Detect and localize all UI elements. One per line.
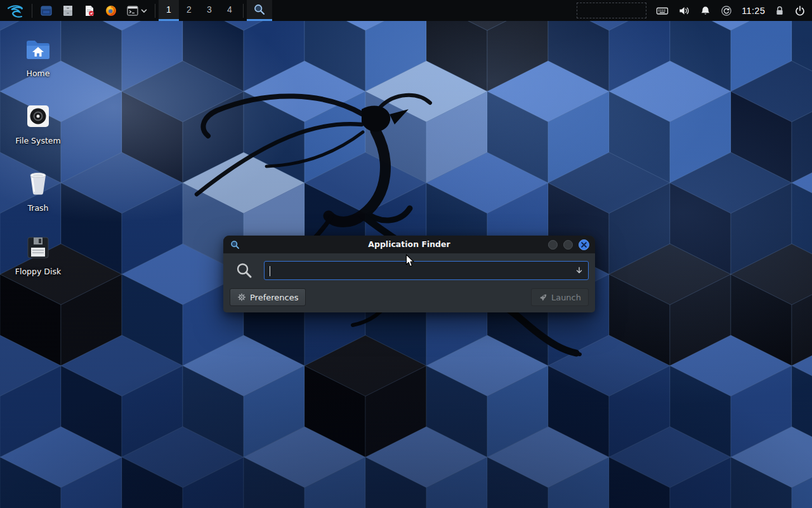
desktop-icon-label: Home: [27, 69, 50, 78]
workspace-button-1[interactable]: 1: [159, 0, 179, 21]
application-finder-window: Application Finder: [223, 236, 595, 312]
keyboard-icon: [656, 5, 669, 17]
search-input[interactable]: [265, 262, 588, 279]
terminal-launcher[interactable]: [122, 0, 152, 21]
top-panel: 1 2 3 4: [0, 0, 812, 21]
text-caret: [270, 266, 270, 276]
desktop-icon-label: Floppy Disk: [15, 267, 61, 276]
maximize-button[interactable]: [563, 240, 573, 250]
file-cabinet-icon: [62, 4, 74, 17]
trash-can-icon: [27, 170, 49, 196]
workspace-label: 2: [187, 4, 192, 15]
workspace-label: 1: [166, 4, 171, 15]
systray-placeholder: [577, 3, 646, 18]
kali-logo-icon: [6, 3, 24, 19]
logout-button[interactable]: [794, 0, 806, 21]
launch-label: Launch: [551, 293, 581, 302]
workspace-button-3[interactable]: 3: [199, 0, 219, 21]
blue-window-launcher[interactable]: [36, 0, 57, 21]
file-manager-launcher[interactable]: [57, 0, 79, 21]
search-entry: [264, 261, 589, 280]
preferences-label: Preferences: [250, 293, 298, 302]
applications-menu-button[interactable]: [2, 0, 29, 21]
notifications-indicator[interactable]: [700, 0, 711, 21]
terminal-icon: [126, 4, 139, 17]
panel-clock[interactable]: 11:25: [742, 0, 765, 21]
taskbar-item-application-finder[interactable]: [247, 0, 272, 21]
updates-indicator[interactable]: [721, 0, 732, 21]
home-folder-icon: [25, 38, 51, 61]
history-dropdown-button[interactable]: [572, 263, 586, 278]
chevron-down-icon: [141, 8, 147, 13]
search-icon: [236, 262, 252, 279]
screen-lock-button[interactable]: [775, 0, 785, 21]
power-icon: [794, 5, 806, 17]
floppy-disk-icon: [27, 236, 49, 259]
launch-button[interactable]: Launch: [531, 288, 589, 306]
desktop-icon-floppy-disk[interactable]: Floppy Disk: [5, 236, 71, 276]
titlebar[interactable]: Application Finder: [223, 236, 595, 253]
search-row: [223, 253, 595, 280]
desktop-icon-trash[interactable]: Trash: [5, 170, 71, 213]
close-icon: [581, 242, 587, 248]
volume-indicator[interactable]: [678, 0, 690, 21]
minimize-button[interactable]: [548, 240, 558, 250]
workspace-button-2[interactable]: 2: [179, 0, 199, 21]
document-icon: [83, 4, 96, 17]
action-row: Preferences Launch: [223, 280, 595, 312]
blue-window-icon: [40, 4, 53, 17]
desktop-icon-label: File System: [15, 136, 61, 145]
launch-rocket-icon: [539, 293, 547, 302]
down-arrow-icon: [575, 266, 584, 275]
panel-separator: [32, 4, 32, 18]
refresh-circle-icon: [721, 5, 732, 17]
panel-separator: [155, 4, 155, 18]
volume-icon: [678, 5, 690, 17]
workspace-label: 4: [227, 4, 232, 15]
text-editor-launcher[interactable]: [79, 0, 100, 21]
firefox-icon: [105, 4, 117, 17]
workspace-switcher: 1 2 3 4: [159, 0, 240, 21]
clock-text: 11:25: [742, 6, 765, 16]
lock-icon: [775, 5, 785, 17]
panel-separator: [243, 4, 244, 18]
window-title: Application Finder: [223, 236, 595, 253]
bell-icon: [700, 5, 711, 17]
desktop-icon-home[interactable]: Home: [5, 38, 71, 78]
hard-disk-icon: [26, 104, 50, 128]
workspace-label: 3: [207, 4, 212, 15]
magnifier-icon: [253, 3, 266, 16]
preferences-button[interactable]: Preferences: [230, 288, 306, 306]
desktop-icon-file-system[interactable]: File System: [5, 104, 71, 145]
gear-icon: [237, 293, 246, 302]
desktop-icon-label: Trash: [27, 203, 48, 213]
keyboard-indicator[interactable]: [656, 0, 669, 21]
workspace-button-4[interactable]: 4: [219, 0, 240, 21]
firefox-launcher[interactable]: [100, 0, 122, 21]
close-button[interactable]: [579, 239, 589, 250]
